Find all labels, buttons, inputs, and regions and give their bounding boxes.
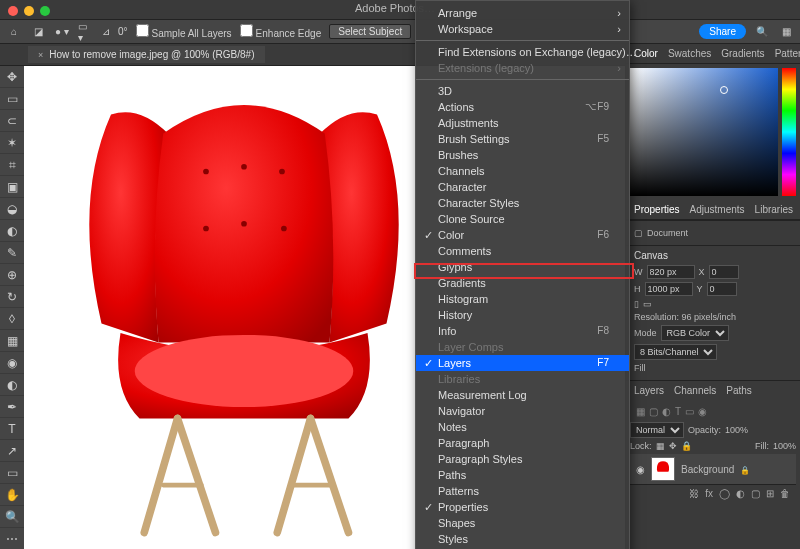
menu-item-layers[interactable]: LayersF7 <box>416 355 629 371</box>
tool-icon[interactable]: ◪ <box>30 24 46 40</box>
bit-depth-select[interactable]: 8 Bits/Channel <box>634 344 717 360</box>
layer-filter-icon[interactable]: ▦ <box>636 406 645 417</box>
more-tools[interactable]: ⋯ <box>0 528 24 549</box>
menu-item-color[interactable]: ColorF6 <box>416 227 629 243</box>
link-layers-icon[interactable]: ⛓ <box>689 488 699 499</box>
menu-item-paragraph[interactable]: Paragraph <box>416 435 629 451</box>
eyedropper-tool[interactable]: ◒ <box>0 198 24 220</box>
quick-select-tool[interactable]: ✶ <box>0 132 24 154</box>
fill-value[interactable]: 100% <box>773 441 796 451</box>
eraser-tool[interactable]: ◊ <box>0 308 24 330</box>
menu-item-brush-settings[interactable]: Brush SettingsF5 <box>416 131 629 147</box>
lock-pixels-icon[interactable]: ▦ <box>656 441 665 451</box>
menu-item-workspace[interactable]: Workspace <box>416 21 629 37</box>
filter-smart-icon[interactable]: ◉ <box>698 406 707 417</box>
minimize-window[interactable] <box>24 6 34 16</box>
menu-item-gradients[interactable]: Gradients <box>416 275 629 291</box>
tab-patterns[interactable]: Patterns <box>775 48 800 59</box>
menu-item-measurement-log[interactable]: Measurement Log <box>416 387 629 403</box>
delete-layer-icon[interactable]: 🗑 <box>780 488 790 499</box>
zoom-tool[interactable]: 🔍 <box>0 506 24 528</box>
stamp-tool[interactable]: ⊕ <box>0 264 24 286</box>
filter-shape-icon[interactable]: ▭ <box>685 406 694 417</box>
close-tab-icon[interactable]: × <box>38 50 43 60</box>
menu-item-character-styles[interactable]: Character Styles <box>416 195 629 211</box>
mode-dropdown[interactable]: ▭ ▾ <box>78 24 94 40</box>
layer-mask-icon[interactable]: ◯ <box>719 488 730 499</box>
menu-item-paragraph-styles[interactable]: Paragraph Styles <box>416 451 629 467</box>
menu-item-shapes[interactable]: Shapes <box>416 515 629 531</box>
zoom-window[interactable] <box>40 6 50 16</box>
shape-tool[interactable]: ▭ <box>0 462 24 484</box>
hue-slider[interactable] <box>782 68 796 196</box>
menu-item-styles[interactable]: Styles <box>416 531 629 547</box>
select-subject-button[interactable]: Select Subject <box>329 24 411 39</box>
menu-item-character[interactable]: Character <box>416 179 629 195</box>
tab-libraries[interactable]: Libraries <box>755 204 793 215</box>
lock-position-icon[interactable]: ✥ <box>669 441 677 451</box>
menu-item-info[interactable]: InfoF8 <box>416 323 629 339</box>
menu-item-patterns[interactable]: Patterns <box>416 483 629 499</box>
lock-all-icon[interactable]: 🔒 <box>681 441 692 451</box>
menu-item-channels[interactable]: Channels <box>416 163 629 179</box>
tab-color[interactable]: Color <box>634 48 658 59</box>
history-brush-tool[interactable]: ↻ <box>0 286 24 308</box>
canvas-x[interactable] <box>709 265 739 279</box>
canvas-width[interactable] <box>647 265 695 279</box>
angle-value[interactable]: 0° <box>118 26 128 37</box>
path-tool[interactable]: ↗ <box>0 440 24 462</box>
orient-landscape-icon[interactable]: ▭ <box>643 299 652 309</box>
hand-tool[interactable]: ✋ <box>0 484 24 506</box>
layer-style-icon[interactable]: fx <box>705 488 713 499</box>
frame-tool[interactable]: ▣ <box>0 176 24 198</box>
crop-tool[interactable]: ⌗ <box>0 154 24 176</box>
blur-tool[interactable]: ◉ <box>0 352 24 374</box>
brush-tool[interactable]: ✎ <box>0 242 24 264</box>
orient-portrait-icon[interactable]: ▯ <box>634 299 639 309</box>
new-layer-icon[interactable]: ⊞ <box>766 488 774 499</box>
menu-item-histogram[interactable]: Histogram <box>416 291 629 307</box>
healing-tool[interactable]: ◐ <box>0 220 24 242</box>
layer-name[interactable]: Background <box>681 464 734 475</box>
filter-type-icon[interactable]: T <box>675 406 681 417</box>
home-icon[interactable]: ⌂ <box>6 24 22 40</box>
close-window[interactable] <box>8 6 18 16</box>
opacity-value[interactable]: 100% <box>725 425 748 435</box>
menu-item-notes[interactable]: Notes <box>416 419 629 435</box>
color-mode-select[interactable]: RGB Color <box>661 325 729 341</box>
document-tab[interactable]: × How to remove image.jpeg @ 100% (RGB/8… <box>28 46 265 63</box>
menu-item-clone-source[interactable]: Clone Source <box>416 211 629 227</box>
search-icon[interactable]: 🔍 <box>754 24 770 40</box>
type-tool[interactable]: T <box>0 418 24 440</box>
tab-adjustments[interactable]: Adjustments <box>690 204 745 215</box>
blend-mode-select[interactable]: Normal <box>630 422 684 438</box>
menu-item-actions[interactable]: Actions⌥F9 <box>416 99 629 115</box>
tab-channels[interactable]: Channels <box>674 385 716 396</box>
tab-swatches[interactable]: Swatches <box>668 48 711 59</box>
brush-preset[interactable]: ● ▾ <box>54 24 70 40</box>
menu-item-properties[interactable]: Properties <box>416 499 629 515</box>
menu-item-brushes[interactable]: Brushes <box>416 147 629 163</box>
menu-item-navigator[interactable]: Navigator <box>416 403 629 419</box>
menu-item-find-extensions-on-exchange-legacy-[interactable]: Find Extensions on Exchange (legacy)… <box>416 44 629 60</box>
layer-row-background[interactable]: Background <box>630 454 796 484</box>
visibility-icon[interactable] <box>636 464 645 475</box>
marquee-tool[interactable]: ▭ <box>0 88 24 110</box>
adjustment-layer-icon[interactable]: ◐ <box>736 488 745 499</box>
menu-item-paths[interactable]: Paths <box>416 467 629 483</box>
lasso-tool[interactable]: ⊂ <box>0 110 24 132</box>
canvas-height[interactable] <box>645 282 693 296</box>
menu-item-adjustments[interactable]: Adjustments <box>416 115 629 131</box>
menu-item-comments[interactable]: Comments <box>416 243 629 259</box>
menu-item-glyphs[interactable]: Glyphs <box>416 259 629 275</box>
group-icon[interactable]: ▢ <box>751 488 760 499</box>
share-button[interactable]: Share <box>699 24 746 39</box>
menu-item-history[interactable]: History <box>416 307 629 323</box>
tab-properties[interactable]: Properties <box>634 204 680 215</box>
filter-pixel-icon[interactable]: ▢ <box>649 406 658 417</box>
dodge-tool[interactable]: ◐ <box>0 374 24 396</box>
filter-adjust-icon[interactable]: ◐ <box>662 406 671 417</box>
tab-layers[interactable]: Layers <box>634 385 664 396</box>
gradient-tool[interactable]: ▦ <box>0 330 24 352</box>
menu-item-arrange[interactable]: Arrange <box>416 5 629 21</box>
